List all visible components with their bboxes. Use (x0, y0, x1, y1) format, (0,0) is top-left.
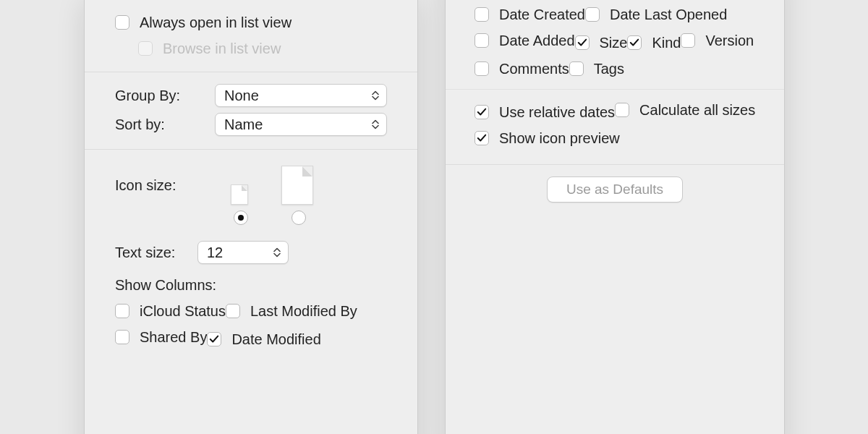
column-tags-checkbox[interactable]: Tags (569, 56, 624, 82)
checkbox-box (585, 7, 600, 22)
up-down-arrows-icon (272, 246, 282, 259)
column-date-added-label: Date Added (499, 33, 575, 49)
column-icloud-status-checkbox[interactable]: iCloud Status (115, 298, 226, 324)
icon-size-large-radio[interactable] (292, 210, 306, 225)
column-date-last-opened-checkbox[interactable]: Date Last Opened (585, 1, 727, 27)
group-by-label: Group By: (115, 88, 202, 104)
group-by-select[interactable]: None (215, 84, 387, 107)
up-down-arrows-icon (370, 89, 380, 102)
column-comments-checkbox[interactable]: Comments (475, 56, 569, 82)
column-tags-label: Tags (594, 61, 624, 77)
checkbox-box (207, 332, 221, 346)
icon-size-label: Icon size: (115, 177, 224, 194)
checkbox-box (681, 33, 695, 48)
checkbox-box (475, 33, 489, 48)
browse-in-label: Browse in list view (163, 41, 281, 57)
group-by-value: None (224, 88, 259, 104)
footer: Use as Defaults (446, 164, 784, 214)
option-show-icon-preview-checkbox[interactable]: Show icon preview (475, 125, 620, 151)
display-section: Icon size: Text size: 12 Show Columns: i… (85, 149, 417, 362)
column-comments-label: Comments (499, 61, 569, 77)
column-last-modified-by-label: Last Modified By (250, 303, 357, 320)
checkbox-box (475, 7, 489, 22)
column-date-created-checkbox[interactable]: Date Created (475, 1, 585, 27)
column-kind-label: Kind (652, 35, 681, 51)
view-options-right-panel: Date CreatedDate Last OpenedDate AddedSi… (445, 0, 785, 434)
document-large-icon (281, 166, 313, 205)
checkbox-box (226, 304, 240, 318)
checkbox-box (138, 41, 153, 56)
check-icon (629, 38, 639, 48)
checkbox-box (475, 131, 489, 145)
up-down-arrows-icon (370, 118, 380, 131)
column-version-checkbox[interactable]: Version (681, 27, 754, 54)
use-as-defaults-label: Use as Defaults (566, 182, 663, 197)
column-size-label: Size (600, 35, 628, 51)
option-calculate-all-sizes-checkbox[interactable]: Calculate all sizes (615, 97, 755, 123)
checkbox-box (115, 330, 129, 344)
sort-by-value: Name (224, 116, 263, 133)
checkbox-box (475, 105, 489, 119)
column-date-modified-checkbox[interactable]: Date Modified (207, 326, 320, 352)
text-size-select[interactable]: 12 (197, 241, 289, 264)
option-show-icon-preview-label: Show icon preview (499, 130, 620, 147)
option-calculate-all-sizes-label: Calculate all sizes (639, 102, 755, 119)
icon-size-small-radio[interactable] (234, 210, 248, 225)
column-shared-by-checkbox[interactable]: Shared By (115, 324, 207, 350)
checkbox-box (575, 35, 590, 50)
always-open-list-view-checkbox[interactable]: Always open in list view (115, 9, 292, 35)
check-icon (209, 334, 219, 344)
column-shared-by-label: Shared By (140, 329, 207, 346)
column-kind-checkbox[interactable]: Kind (627, 30, 681, 56)
checkbox-box (615, 103, 629, 117)
checkbox-box (627, 35, 642, 50)
column-icloud-status-label: iCloud Status (140, 303, 226, 320)
show-columns-label: Show Columns: (115, 267, 397, 298)
sort-by-label: Sort by: (115, 116, 202, 133)
browse-in-list-view-checkbox: Browse in list view (115, 35, 281, 61)
right-options-list: Use relative datesCalculate all sizesSho… (446, 89, 784, 164)
column-date-added-checkbox[interactable]: Date Added (475, 27, 575, 54)
column-date-created-label: Date Created (499, 7, 585, 23)
use-as-defaults-button[interactable]: Use as Defaults (547, 176, 683, 203)
checkbox-box (115, 15, 129, 30)
open-mode-section: Always open in list view Browse in list … (85, 1, 417, 72)
column-last-modified-by-checkbox[interactable]: Last Modified By (226, 298, 357, 324)
document-small-icon (231, 184, 248, 205)
text-size-label: Text size: (115, 244, 187, 261)
check-icon (577, 38, 587, 48)
column-date-last-opened-label: Date Last Opened (610, 7, 727, 23)
text-size-value: 12 (207, 244, 223, 261)
option-use-relative-dates-checkbox[interactable]: Use relative dates (475, 99, 615, 125)
check-icon (477, 133, 487, 143)
always-open-label: Always open in list view (140, 14, 292, 31)
right-columns-list: Date CreatedDate Last OpenedDate AddedSi… (446, 0, 784, 89)
check-icon (477, 107, 487, 117)
checkbox-box (115, 304, 129, 318)
option-use-relative-dates-label: Use relative dates (499, 104, 615, 121)
column-version-label: Version (705, 33, 754, 49)
checkbox-box (475, 61, 489, 76)
checkbox-box (569, 61, 584, 76)
sort-section: Group By: None Sort by: Name (85, 72, 417, 149)
column-date-modified-label: Date Modified (231, 331, 320, 348)
sort-by-select[interactable]: Name (215, 113, 387, 136)
view-options-left-panel: Always open in list view Browse in list … (84, 0, 418, 434)
left-columns-list: iCloud StatusLast Modified ByShared ByDa… (115, 298, 397, 352)
column-size-checkbox[interactable]: Size (575, 30, 628, 56)
